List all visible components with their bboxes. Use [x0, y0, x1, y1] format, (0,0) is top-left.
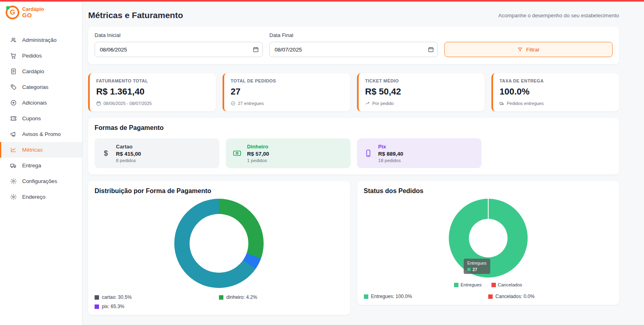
filter-button[interactable]: Filtrar: [444, 42, 613, 57]
sidebar-item-administracao[interactable]: Administração: [0, 32, 82, 48]
stats-row: FATURAMENTO TOTAL R$ 1.361,40 08/06/2025…: [88, 73, 619, 111]
stat-footer-text: 27 entregues: [238, 101, 264, 106]
legend-item-entregues[interactable]: Entregues: [454, 282, 481, 287]
banknote-icon: [232, 149, 242, 158]
sidebar-item-entrega[interactable]: Entrega: [0, 158, 82, 173]
sidebar-item-configuracoes[interactable]: Configurações: [0, 173, 82, 189]
end-date-field: Data Final: [269, 32, 438, 57]
sidebar-item-cardapio[interactable]: Cardápio: [0, 64, 82, 79]
chart-legend: cartao: 30.5% dinheiro: 4.2% pix: 65.3%: [95, 294, 344, 309]
stat-card-ticket-medio: TICKET MÉDIO R$ 50,42 Por pedido: [357, 73, 485, 111]
legend-item-entregues-pct: Entregues: 100.0%: [364, 294, 488, 299]
stat-card-taxa-entrega: TAXA DE ENTREGA 100.0% Pedidos entregues: [491, 73, 619, 111]
legend-item-pix: pix: 65.3%: [95, 304, 219, 309]
sidebar-item-endereco[interactable]: Endereço: [0, 189, 82, 205]
calendar-icon[interactable]: [428, 47, 434, 53]
sidebar-item-label: Configurações: [22, 178, 57, 184]
sidebar-item-adicionais[interactable]: Adicionais: [0, 95, 82, 111]
chart-tooltip: Entregues 27: [464, 259, 490, 274]
payment-name: Pix: [378, 144, 403, 150]
payment-methods-card: Formas de Pagamento $ Cartao R$ 415,00 8…: [88, 118, 619, 175]
legend-item-cancelados[interactable]: Cancelados: [491, 282, 522, 287]
stat-value: 27: [231, 86, 344, 97]
sidebar-item-pedidos[interactable]: Pedidos: [0, 48, 82, 64]
brand-logo[interactable]: G Cardápio GO: [0, 2, 82, 25]
sidebar-item-metricas[interactable]: Métricas: [0, 142, 82, 158]
page-title: Métricas e Faturamento: [88, 10, 183, 20]
legend-item-cancelados-pct: Cancelados: 0.0%: [488, 294, 613, 299]
stat-value: 100.0%: [500, 86, 613, 97]
stat-footer-text: 08/06/2025 - 08/07/2025: [103, 101, 152, 106]
payment-tile-cartao: $ Cartao R$ 415,00 8 pedidos: [95, 138, 219, 168]
sidebar-item-avisos-promo[interactable]: Avisos & Promo: [0, 126, 82, 142]
start-date-field: Data Inicial: [95, 32, 263, 57]
start-date-input[interactable]: [95, 42, 263, 57]
payment-distribution-chart-card: Distribuição por Forma de Pagamento cart…: [88, 181, 350, 315]
date-filter-bar: Data Inicial Data Final: [88, 27, 619, 64]
stat-label: TICKET MÉDIO: [365, 78, 478, 83]
dollar-icon: $: [101, 149, 111, 158]
smartphone-icon: [363, 149, 373, 157]
sidebar-nav: Administração Pedidos Cardápio Categoria…: [0, 32, 82, 205]
users-icon: [10, 37, 17, 43]
gear-icon: [10, 193, 17, 200]
legend-swatch: [488, 294, 493, 299]
tooltip-swatch: [467, 268, 471, 271]
check-circle-icon: [231, 101, 235, 106]
order-status-donut[interactable]: Entregues 27: [449, 199, 528, 278]
legend-item-cartao: cartao: 30.5%: [95, 294, 219, 300]
payment-amount: R$ 415,00: [116, 151, 141, 157]
charts-row: Distribuição por Forma de Pagamento cart…: [88, 181, 619, 315]
calendar-icon[interactable]: [253, 47, 259, 53]
truck-icon: [500, 101, 504, 106]
sidebar-item-label: Métricas: [22, 147, 43, 153]
page-subtitle: Acompanhe o desempenho do seu estabeleci…: [498, 12, 619, 19]
truck-icon: [10, 162, 17, 169]
chart-title: Distribuição por Forma de Pagamento: [95, 187, 344, 195]
sidebar-item-label: Entrega: [22, 162, 41, 169]
sidebar-item-cupons[interactable]: Cupons: [0, 111, 82, 126]
chart-legend: Entregues: 100.0% Cancelados: 0.0%: [364, 294, 613, 299]
donut-hole: [190, 214, 248, 273]
chartjs-legend: Entregues Cancelados: [364, 282, 613, 287]
payment-amount: R$ 889,40: [378, 151, 403, 157]
end-date-input[interactable]: [269, 42, 438, 57]
end-date-label: Data Final: [269, 32, 438, 38]
sidebar-item-label: Pedidos: [22, 53, 42, 59]
legend-swatch: [95, 295, 99, 300]
gear-icon: [10, 178, 17, 185]
legend-swatch: [491, 283, 496, 287]
legend-swatch: [454, 283, 458, 287]
menu-list-icon: [10, 68, 17, 75]
stat-label: TOTAL DE PEDIDOS: [231, 78, 344, 83]
stat-label: FATURAMENTO TOTAL: [96, 78, 209, 83]
main-content: Métricas e Faturamento Acompanhe o desem…: [83, 2, 644, 325]
calendar-icon: [96, 101, 101, 106]
payment-distribution-donut[interactable]: [174, 199, 264, 288]
sidebar: G Cardápio GO Administração Pedidos: [0, 2, 83, 325]
chart-title: Status dos Pedidos: [364, 187, 613, 195]
stat-label: TAXA DE ENTREGA: [500, 78, 613, 83]
legend-item-dinheiro: dinheiro: 4.2%: [219, 294, 343, 300]
brand-name-bottom: GO: [22, 12, 44, 19]
sidebar-item-label: Cardápio: [22, 68, 44, 74]
megaphone-icon: [10, 131, 17, 138]
start-date-label: Data Inicial: [95, 32, 263, 38]
payments-title: Formas de Pagamento: [95, 124, 613, 132]
donut-hole: [469, 219, 508, 257]
sidebar-item-label: Avisos & Promo: [22, 131, 61, 137]
legend-swatch: [364, 294, 368, 299]
page-header: Métricas e Faturamento Acompanhe o desem…: [88, 10, 619, 20]
trend-icon: [365, 101, 370, 106]
ticket-icon: [10, 115, 17, 122]
payment-name: Dinheiro: [247, 144, 269, 150]
chart-line-icon: [10, 146, 17, 153]
funnel-icon: [517, 47, 523, 52]
payment-amount: R$ 57,00: [247, 151, 269, 157]
legend-swatch: [95, 304, 99, 309]
sidebar-item-categorias[interactable]: Categorias: [0, 79, 82, 95]
stat-value: R$ 1.361,40: [96, 86, 209, 97]
cart-icon: [10, 52, 17, 59]
payment-orders: 1 pedidos: [247, 158, 269, 163]
tag-icon: [10, 84, 17, 91]
